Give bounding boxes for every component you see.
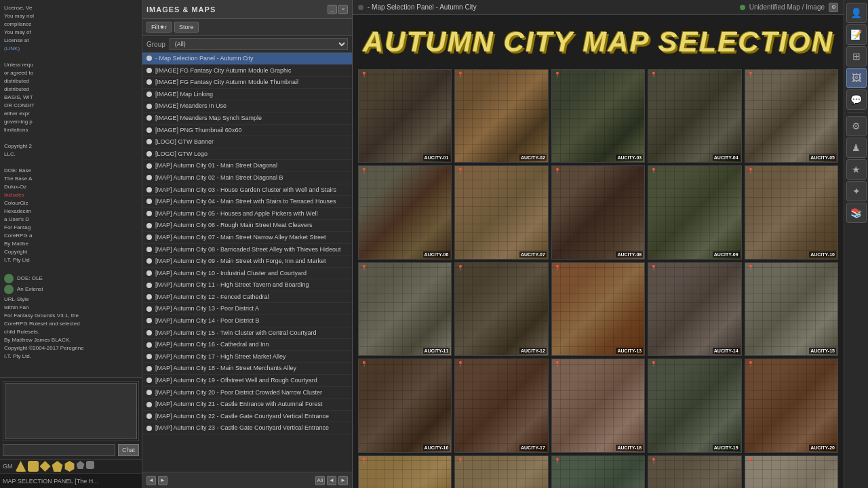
map-list-item[interactable]: [MAP] Autumn City 22 - Castle Gate Court… xyxy=(142,411,352,423)
map-grid-overlay xyxy=(455,359,547,451)
map-list[interactable]: - Map Selection Panel - Autumn City[IMAG… xyxy=(142,53,352,472)
map-thumb-visual xyxy=(359,263,451,355)
map-list-item[interactable]: [IMAGE] Meanders Map Synch Sample xyxy=(142,113,352,125)
map-list-item[interactable]: [MAP] Autumn City 09 - Main Street with … xyxy=(142,256,352,268)
map-list-item[interactable]: [MAP] Autumn City 16 - Cathedral and Inn xyxy=(142,339,352,351)
store-button[interactable]: Store xyxy=(174,22,199,33)
map-list-item[interactable]: [IMAGE] PNG Thumbnail 60x60 xyxy=(142,125,352,137)
map-list-item[interactable]: [IMAGE] Meanders In Use xyxy=(142,100,352,113)
map-thumbnail[interactable]: 📍AUCITY-19 xyxy=(648,359,741,452)
map-thumbnail[interactable]: 📍AUCITY-05 xyxy=(745,69,838,163)
chat-scroll-input[interactable] xyxy=(5,383,137,439)
map-thumbnail[interactable]: 📍AUCITY-01 xyxy=(358,69,452,163)
map-list-item[interactable]: [MAP] Autumn City 15 - Twin Cluster with… xyxy=(142,327,352,340)
list-scroll-left[interactable]: ◄ xyxy=(146,476,156,485)
map-list-dot xyxy=(146,306,152,312)
map-list-item[interactable]: [IMAGE] FG Fantasy City Autumn Module Gr… xyxy=(142,65,352,77)
map-list-item[interactable]: [MAP] Autumn City 01 - Main Street Diago… xyxy=(142,160,352,172)
dice-d4[interactable] xyxy=(16,461,26,472)
map-list-item[interactable]: [MAP] Autumn City 13 - Poor District A xyxy=(142,303,352,315)
map-thumbnail[interactable]: 📍AUCITY-02 xyxy=(454,69,548,163)
map-thumbnail[interactable]: 📍AUCITY-15 xyxy=(745,262,838,356)
filter-button[interactable]: Filt★r xyxy=(146,22,172,33)
map-thumbnail[interactable]: 📍AUCITY-09 xyxy=(648,165,741,259)
map-list-item[interactable]: [MAP] Autumn City 14 - Poor District B xyxy=(142,315,352,327)
map-list-item[interactable]: [LOGO] GTW Banner xyxy=(142,136,352,148)
map-list-item[interactable]: - Map Selection Panel - Autumn City xyxy=(142,53,352,65)
map-list-item[interactable]: [IMAGE] Map Linking xyxy=(142,89,352,101)
map-list-item[interactable]: [MAP] Autumn City 08 - Barricaded Street… xyxy=(142,244,352,256)
map-thumbnail[interactable]: 📍AUCITY-04 xyxy=(648,69,741,163)
map-list-dot xyxy=(146,413,152,419)
library-icon[interactable]: 📚 xyxy=(846,203,867,223)
map-thumbnail[interactable]: 📍AUCITY-12 xyxy=(454,262,548,356)
tables-icon[interactable]: ⊞ xyxy=(846,46,867,66)
chat-button[interactable]: Chat xyxy=(118,444,139,456)
map-list-item[interactable]: [IMAGE] FG Fantasy City Autumn Module Th… xyxy=(142,77,352,89)
races-icon[interactable]: ♟ xyxy=(846,138,867,158)
map-list-item[interactable]: [MAP] Autumn City 06 - Rough Main Street… xyxy=(142,220,352,232)
dice-d20[interactable] xyxy=(77,461,85,469)
map-thumbnail[interactable]: 📍AUCITY-11 xyxy=(358,262,452,356)
map-list-item[interactable]: [MAP] Autumn City 02 - Main Street Diago… xyxy=(142,172,352,184)
map-grid-overlay xyxy=(648,166,741,258)
images-icon[interactable]: 🖼 xyxy=(846,68,867,88)
spells-icon[interactable]: ✦ xyxy=(846,181,867,201)
dice-d12[interactable] xyxy=(64,461,75,472)
map-list-item[interactable]: [MAP] Autumn City 19 - Offstreet Well an… xyxy=(142,375,352,387)
classes-icon[interactable]: ⚙ xyxy=(846,116,867,136)
map-thumbnail[interactable]: 📍AUCITY-13 xyxy=(551,262,645,356)
map-list-item[interactable]: [MAP] Autumn City 11 - High Street Taver… xyxy=(142,279,352,291)
map-thumbnail[interactable]: 📍AUCITY-21 xyxy=(358,455,452,488)
group-select[interactable]: (All) xyxy=(170,38,348,50)
map-thumbnail[interactable]: 📍AUCITY-07 xyxy=(454,165,548,259)
map-list-item[interactable]: [MAP] Autumn City 20 - Poor District Cro… xyxy=(142,387,352,399)
list-scroll-right[interactable]: ► xyxy=(158,476,167,485)
map-list-item[interactable]: [MAP] Autumn City 04 - Main Street with … xyxy=(142,196,352,208)
map-thumbnail[interactable]: 📍AUCITY-16 xyxy=(358,359,452,452)
list-all-btn[interactable]: All xyxy=(315,476,325,485)
map-thumbnail[interactable]: 📍AUCITY-08 xyxy=(551,165,645,259)
list-prev-btn[interactable]: ◄ xyxy=(327,476,336,485)
map-grid-overlay xyxy=(648,263,741,355)
dice-d10[interactable] xyxy=(52,461,63,472)
map-thumbnail[interactable]: 📍AUCITY-17 xyxy=(454,359,548,452)
portrait-icon[interactable]: 👤 xyxy=(846,3,867,23)
map-list-item[interactable]: [LOGO] GTW Logo xyxy=(142,148,352,161)
map-id-label: AUCITY-15 xyxy=(809,348,836,354)
map-list-item[interactable]: [MAP] Autumn City 07 - Main Street Narro… xyxy=(142,232,352,244)
list-next-btn[interactable]: ► xyxy=(338,476,348,485)
skills-icon[interactable]: ★ xyxy=(846,159,867,180)
map-list-item[interactable]: [MAP] Autumn City 03 - House Garden Clus… xyxy=(142,184,352,197)
map-thumbnail[interactable]: 📍AUCITY-25 xyxy=(745,455,838,488)
map-list-item[interactable]: [MAP] Autumn City 10 - Industrial Cluste… xyxy=(142,268,352,280)
map-list-dot xyxy=(146,151,152,157)
map-list-item[interactable]: [MAP] Autumn City 18 - Main Street Merch… xyxy=(142,363,352,375)
map-thumbnail[interactable]: 📍AUCITY-03 xyxy=(551,69,645,163)
map-thumbnail[interactable]: 📍AUCITY-23 xyxy=(551,455,645,488)
dice-d6[interactable] xyxy=(28,461,39,472)
dice-d8[interactable] xyxy=(40,461,51,472)
map-thumbnail[interactable]: 📍AUCITY-18 xyxy=(551,359,645,452)
map-thumbnail[interactable]: 📍AUCITY-10 xyxy=(745,165,838,259)
map-list-item[interactable]: [MAP] Autumn City 23 - Castle Gate Court… xyxy=(142,422,352,434)
notes-icon[interactable]: 📝 xyxy=(846,24,867,45)
map-list-item[interactable]: [MAP] Autumn City 12 - Fenced Cathedral xyxy=(142,291,352,304)
map-thumbnail[interactable]: 📍AUCITY-22 xyxy=(454,455,548,488)
map-list-item[interactable]: [MAP] Autumn City 21 - Castle Entrance w… xyxy=(142,399,352,411)
map-thumbnail[interactable]: 📍AUCITY-14 xyxy=(648,262,741,356)
map-display-panel: - Map Selection Panel - Autumn City Unid… xyxy=(353,0,844,488)
map-thumbnail[interactable]: 📍AUCITY-20 xyxy=(745,359,838,452)
map-list-item[interactable]: [MAP] Autumn City 05 - Houses and Apple … xyxy=(142,208,352,220)
chat-text-input[interactable] xyxy=(3,444,115,456)
map-grid-container[interactable]: 📍AUCITY-01📍AUCITY-02📍AUCITY-03📍AUCITY-04… xyxy=(353,66,844,488)
chat-icon[interactable]: 💬 xyxy=(846,89,867,110)
map-thumbnail[interactable]: 📍AUCITY-24 xyxy=(648,455,741,488)
map-list-item[interactable]: [MAP] Autumn City 17 - High Street Marke… xyxy=(142,351,352,363)
panel-minimize-btn[interactable]: _ xyxy=(328,5,337,14)
dice-d100[interactable] xyxy=(86,461,94,469)
map-pin-icon: 📍 xyxy=(554,361,558,367)
map-thumbnail[interactable]: 📍AUCITY-06 xyxy=(358,165,452,259)
map-settings-btn[interactable]: ⚙ xyxy=(829,3,838,12)
panel-close-btn[interactable]: × xyxy=(338,5,348,14)
